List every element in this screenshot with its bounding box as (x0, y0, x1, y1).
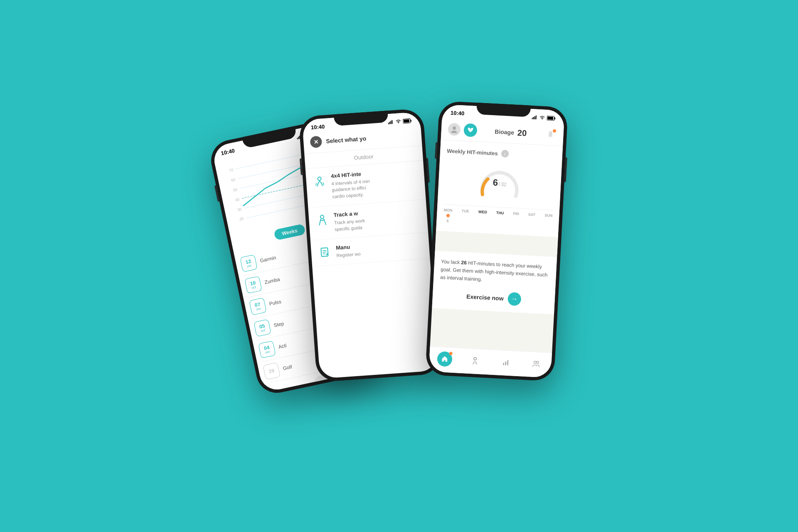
svg-rect-44 (505, 362, 506, 365)
info-icon[interactable]: i (501, 150, 509, 158)
day-label-wed: WED (478, 210, 487, 214)
svg-text:29: 29 (239, 217, 244, 222)
bioage-label: Bioage (495, 128, 514, 135)
manual-icon-svg (318, 246, 331, 259)
manual-option-content: Manu Register wo (336, 243, 361, 259)
svg-rect-0 (297, 138, 298, 139)
svg-point-47 (537, 361, 539, 364)
heart-svg (467, 127, 474, 133)
day-tue: TUE (461, 209, 469, 224)
hit-section: Weekly HIT-minutes i 6 / (436, 140, 563, 237)
day-dot-tue (463, 215, 467, 218)
svg-rect-27 (404, 119, 409, 123)
nav-social[interactable] (528, 356, 544, 372)
day-sun: SUN (544, 213, 553, 229)
svg-point-46 (534, 361, 537, 364)
svg-rect-21 (388, 123, 389, 124)
week-days: MON 6 TUE WED THU (443, 204, 553, 230)
day-thu: THU (495, 211, 504, 226)
manual-option-desc: Register wo (336, 251, 361, 259)
date-badge-5: 04 oct (258, 341, 276, 359)
signal-icon-2 (388, 120, 394, 124)
svg-rect-26 (411, 119, 411, 121)
day-label-sat: SAT (528, 212, 536, 217)
svg-rect-1 (298, 136, 299, 139)
avatar[interactable] (448, 123, 461, 136)
nav-stats[interactable] (498, 355, 514, 370)
svg-point-42 (474, 357, 477, 360)
header-left (448, 123, 478, 138)
gauge-total: 32 (501, 181, 507, 187)
track-icon-svg (316, 213, 328, 226)
wifi-icon-3 (539, 115, 545, 120)
manual-option-title: Manu (336, 243, 360, 251)
svg-rect-35 (533, 117, 534, 119)
bioage-value: 20 (517, 128, 527, 138)
track-option-title: Track a w (333, 210, 365, 218)
day-dot-sat (530, 218, 533, 222)
month-4: oct (261, 328, 266, 333)
nav-home-svg (441, 355, 448, 363)
time-3: 10:40 (451, 110, 465, 117)
gauge-current: 6 (493, 177, 498, 188)
svg-point-29 (320, 215, 324, 219)
day-label-tue: TUE (462, 209, 469, 213)
battery-icon-3 (547, 115, 556, 121)
day-num-6: 29 (268, 368, 275, 374)
month-2: oct (251, 285, 256, 290)
nav-social-svg (532, 360, 540, 368)
close-button[interactable]: ✕ (310, 135, 322, 148)
svg-text:70: 70 (229, 168, 234, 173)
bottom-nav (429, 346, 552, 378)
exercise-arrow-icon: → (507, 292, 522, 306)
status-icons-2 (388, 118, 412, 125)
phone-exercise-selector: 10:40 (298, 108, 441, 382)
gauge-separator: / (499, 181, 500, 187)
avatar-svg (450, 126, 458, 133)
motivation-section: You lack 26 HIT-minutes to reach your we… (432, 251, 557, 314)
month-1: oct (247, 264, 252, 268)
signal-icon-3 (532, 115, 538, 120)
activity-name-2: Zumba (264, 276, 280, 285)
status-icons-3 (532, 115, 556, 121)
month-5: oct (265, 350, 270, 354)
gauge-display: 6 / 32 (493, 177, 507, 189)
day-value-mon: 6 (446, 219, 449, 223)
svg-rect-22 (389, 121, 390, 124)
svg-rect-24 (392, 120, 393, 124)
phone-screen-3: 10:40 (429, 104, 564, 378)
weeks-button[interactable]: Weeks (273, 224, 306, 241)
time-1: 10:40 (220, 148, 235, 157)
notification-dot (553, 129, 556, 133)
home-svg-1 (318, 379, 326, 387)
nav-activity[interactable] (467, 353, 483, 369)
nav-home[interactable] (437, 351, 453, 367)
svg-text:60: 60 (231, 177, 236, 182)
svg-text:30: 30 (237, 207, 242, 212)
hit-option-title: 4x4 HIT-inte (331, 170, 369, 179)
notification-bell[interactable] (544, 128, 557, 141)
svg-rect-40 (547, 116, 553, 120)
hit-deficit: 26 (461, 260, 467, 266)
exercise-now-label: Exercise now (466, 293, 504, 302)
track-exercise-icon (315, 212, 329, 227)
heart-icon[interactable] (463, 123, 478, 138)
exercise-now-button[interactable]: Exercise now → (439, 288, 548, 308)
nav-stats-svg (502, 358, 510, 366)
activity-name-1: Garmin (259, 255, 276, 264)
phones-showcase: 10:40 (212, 79, 586, 453)
header-center: Bioage 20 (495, 127, 527, 138)
time-2: 10:40 (310, 123, 325, 131)
day-fri: FRI (512, 212, 519, 227)
month-3: oct (256, 307, 261, 311)
svg-rect-36 (534, 116, 535, 119)
day-label-sun: SUN (544, 213, 553, 218)
day-label-mon: MON (443, 208, 452, 212)
svg-point-41 (453, 126, 456, 130)
activity-name-4: Step (273, 320, 284, 328)
day-sat: SAT (527, 212, 535, 228)
hit-title: Weekly HIT-minutes (447, 148, 498, 156)
day-mon: MON 6 (443, 208, 453, 223)
svg-line-32 (323, 252, 326, 252)
battery-icon-2 (403, 118, 412, 124)
